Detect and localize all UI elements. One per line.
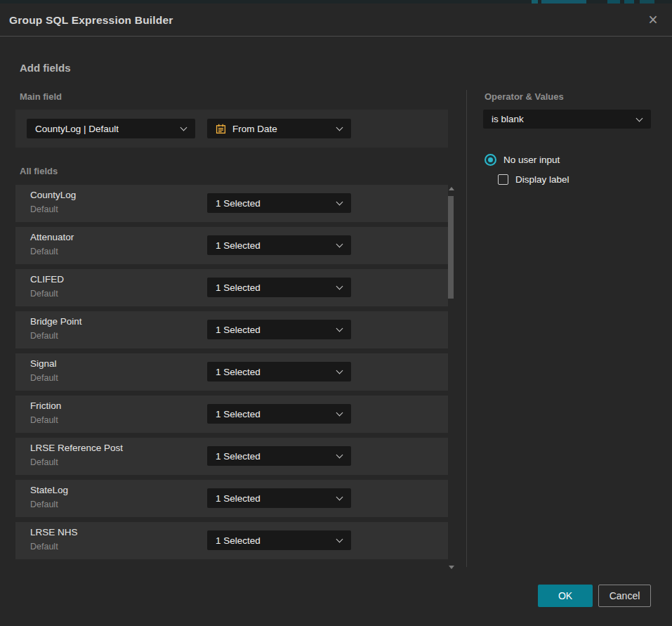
chevron-down-icon bbox=[336, 452, 343, 459]
field-name: LRSE NHS bbox=[30, 527, 78, 537]
field-subtitle: Default bbox=[30, 247, 58, 256]
field-name: StateLog bbox=[30, 485, 68, 495]
chevron-down-icon bbox=[336, 325, 343, 332]
field-name: Attenuator bbox=[30, 232, 74, 242]
field-selection-dropdown[interactable]: 1 Selected bbox=[207, 488, 351, 508]
radio-selected-icon bbox=[485, 154, 496, 166]
field-row: CountyLog Default 1 Selected bbox=[15, 185, 448, 222]
field-selection-dropdown[interactable]: 1 Selected bbox=[207, 530, 351, 550]
chevron-down-icon bbox=[336, 124, 343, 131]
panel-divider bbox=[466, 90, 467, 567]
chevron-down-icon bbox=[336, 283, 343, 290]
main-field-panel: CountyLog | Default From Date bbox=[15, 110, 448, 148]
field-subtitle: Default bbox=[30, 204, 58, 214]
field-selection-value: 1 Selected bbox=[216, 240, 261, 251]
fields-scrollbar[interactable] bbox=[447, 183, 456, 570]
display-label-checkbox[interactable]: Display label bbox=[498, 174, 569, 185]
field-row: Signal Default 1 Selected bbox=[15, 353, 448, 391]
field-subtitle: Default bbox=[30, 542, 58, 552]
field-selection-value: 1 Selected bbox=[216, 451, 261, 462]
operator-select-value: is blank bbox=[492, 114, 524, 124]
field-selection-dropdown[interactable]: 1 Selected bbox=[207, 320, 351, 339]
calendar-icon bbox=[216, 124, 226, 134]
field-subtitle: Default bbox=[30, 457, 58, 467]
field-name: CLIFED bbox=[30, 274, 64, 285]
cancel-button[interactable]: Cancel bbox=[598, 585, 651, 607]
field-selection-dropdown[interactable]: 1 Selected bbox=[207, 235, 351, 255]
chevron-down-icon bbox=[180, 124, 187, 131]
ok-button[interactable]: OK bbox=[538, 585, 593, 607]
field-selection-value: 1 Selected bbox=[216, 367, 261, 377]
field-selection-dropdown[interactable]: 1 Selected bbox=[207, 362, 351, 382]
chevron-down-icon bbox=[336, 536, 343, 543]
field-subtitle: Default bbox=[30, 289, 58, 299]
add-fields-heading: Add fields bbox=[20, 62, 71, 74]
field-subtitle: Default bbox=[30, 373, 58, 383]
dialog-title: Group SQL Expression Builder bbox=[9, 4, 173, 37]
field-row: Attenuator Default 1 Selected bbox=[15, 227, 448, 264]
operator-select[interactable]: is blank bbox=[483, 110, 651, 129]
field-row: Friction Default 1 Selected bbox=[15, 396, 448, 433]
main-field-select-value: From Date bbox=[232, 124, 277, 134]
all-fields-label: All fields bbox=[20, 166, 58, 176]
all-fields-list: CountyLog Default 1 Selected Attenuator … bbox=[15, 185, 448, 564]
main-field-label: Main field bbox=[20, 91, 62, 102]
chevron-down-icon bbox=[336, 410, 343, 417]
scroll-up-icon[interactable] bbox=[449, 187, 454, 190]
field-selection-dropdown[interactable]: 1 Selected bbox=[207, 193, 351, 213]
field-selection-value: 1 Selected bbox=[216, 409, 261, 419]
field-row: StateLog Default 1 Selected bbox=[15, 480, 448, 517]
field-selection-value: 1 Selected bbox=[216, 282, 261, 293]
field-row: CLIFED Default 1 Selected bbox=[15, 269, 448, 306]
field-selection-dropdown[interactable]: 1 Selected bbox=[207, 446, 351, 466]
screen: Group SQL Expression Builder × Add field… bbox=[0, 0, 672, 626]
chevron-down-icon bbox=[336, 241, 343, 248]
field-row: LRSE Reference Post Default 1 Selected bbox=[15, 438, 448, 475]
chevron-down-icon bbox=[336, 494, 343, 501]
field-selection-value: 1 Selected bbox=[216, 535, 261, 546]
field-selection-value: 1 Selected bbox=[216, 198, 261, 209]
field-row: LRSE NHS Default 1 Selected bbox=[15, 522, 448, 559]
field-name: Bridge Point bbox=[30, 316, 82, 327]
checkbox-unchecked-icon bbox=[498, 174, 508, 185]
display-label-text: Display label bbox=[515, 174, 569, 185]
dialog-header: Group SQL Expression Builder × bbox=[0, 4, 672, 37]
group-sql-expression-builder-dialog: Group SQL Expression Builder × Add field… bbox=[0, 4, 672, 626]
operator-values-label: Operator & Values bbox=[485, 91, 564, 102]
field-name: LRSE Reference Post bbox=[30, 443, 123, 453]
field-selection-value: 1 Selected bbox=[216, 493, 261, 504]
field-selection-dropdown[interactable]: 1 Selected bbox=[207, 278, 351, 297]
scrollbar-thumb[interactable] bbox=[448, 196, 454, 299]
chevron-down-icon bbox=[336, 199, 343, 206]
field-subtitle: Default bbox=[30, 500, 58, 509]
main-field-select[interactable]: From Date bbox=[207, 119, 351, 138]
field-subtitle: Default bbox=[30, 331, 58, 341]
scroll-down-icon[interactable] bbox=[449, 566, 454, 569]
field-name: CountyLog bbox=[30, 190, 76, 200]
layer-select[interactable]: CountyLog | Default bbox=[27, 119, 195, 138]
close-icon[interactable]: × bbox=[643, 9, 664, 30]
field-name: Signal bbox=[30, 358, 57, 369]
field-row: Bridge Point Default 1 Selected bbox=[15, 311, 448, 348]
no-user-input-label: No user input bbox=[503, 155, 560, 165]
field-selection-dropdown[interactable]: 1 Selected bbox=[207, 404, 351, 424]
chevron-down-icon bbox=[636, 115, 643, 122]
chevron-down-icon bbox=[336, 367, 343, 374]
layer-select-value: CountyLog | Default bbox=[35, 124, 119, 134]
no-user-input-radio[interactable]: No user input bbox=[485, 154, 560, 166]
field-subtitle: Default bbox=[30, 415, 58, 425]
field-name: Friction bbox=[30, 400, 61, 411]
field-selection-value: 1 Selected bbox=[216, 325, 261, 335]
